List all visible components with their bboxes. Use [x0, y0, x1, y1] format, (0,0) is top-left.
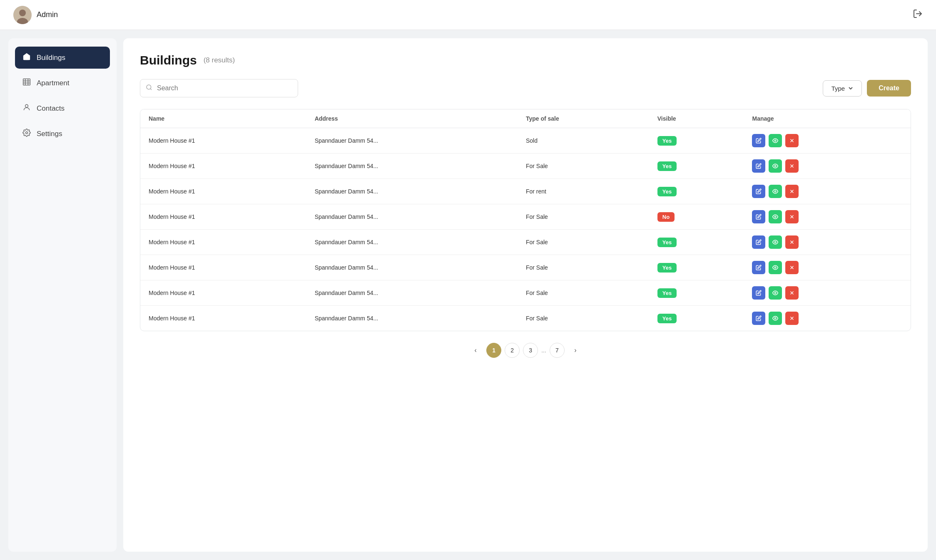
edit-button[interactable] — [752, 312, 765, 325]
visible-badge: Yes — [657, 314, 677, 323]
edit-button[interactable] — [752, 261, 765, 274]
view-button[interactable] — [769, 134, 782, 147]
svg-point-17 — [775, 165, 777, 167]
svg-point-29 — [775, 267, 777, 268]
sidebar-item-label: Buildings — [37, 54, 65, 62]
svg-rect-4 — [26, 57, 28, 60]
logout-button[interactable] — [913, 9, 923, 21]
table-row: Modern House #1 Spanndauer Damm 54... Fo… — [140, 230, 911, 255]
pagination-page-3[interactable]: 3 — [523, 343, 538, 358]
cell-address: Spanndauer Damm 54... — [306, 179, 518, 204]
pagination-page-2[interactable]: 2 — [505, 343, 520, 358]
cell-name: Modern House #1 — [140, 306, 306, 331]
cell-name: Modern House #1 — [140, 204, 306, 230]
visible-badge: Yes — [657, 187, 677, 196]
cell-manage — [744, 280, 911, 306]
search-input[interactable] — [140, 79, 298, 97]
action-buttons — [752, 210, 902, 223]
col-name: Name — [140, 109, 306, 128]
action-buttons — [752, 159, 902, 173]
cell-type-of-sale: Sold — [518, 128, 649, 154]
action-buttons — [752, 261, 902, 274]
sidebar-item-label: Settings — [37, 130, 62, 138]
view-button[interactable] — [769, 286, 782, 300]
edit-button[interactable] — [752, 159, 765, 173]
visible-badge: Yes — [657, 136, 677, 146]
visible-badge: No — [657, 212, 675, 222]
delete-button[interactable] — [785, 134, 799, 147]
view-button[interactable] — [769, 235, 782, 249]
edit-button[interactable] — [752, 286, 765, 300]
visible-badge: Yes — [657, 288, 677, 298]
cell-visible: Yes — [649, 255, 744, 280]
table-header-row: Name Address Type of sale Visible Manage — [140, 109, 911, 128]
edit-button[interactable] — [752, 134, 765, 147]
cell-name: Modern House #1 — [140, 179, 306, 204]
svg-point-20 — [775, 191, 777, 192]
svg-point-35 — [775, 317, 777, 319]
view-button[interactable] — [769, 261, 782, 274]
delete-button[interactable] — [785, 235, 799, 249]
cell-type-of-sale: For Sale — [518, 255, 649, 280]
create-button[interactable]: Create — [867, 80, 911, 97]
cell-type-of-sale: For Sale — [518, 230, 649, 255]
delete-button[interactable] — [785, 286, 799, 300]
sidebar-item-label: Contacts — [37, 104, 65, 113]
view-button[interactable] — [769, 185, 782, 198]
topbar-username: Admin — [37, 10, 58, 19]
sidebar-item-apartment[interactable]: Apartment — [15, 72, 110, 94]
cell-type-of-sale: For Sale — [518, 204, 649, 230]
view-button[interactable] — [769, 210, 782, 223]
table-row: Modern House #1 Spanndauer Damm 54... Fo… — [140, 306, 911, 331]
pagination-page-1[interactable]: 1 — [486, 343, 501, 358]
action-buttons — [752, 286, 902, 300]
delete-button[interactable] — [785, 185, 799, 198]
edit-button[interactable] — [752, 185, 765, 198]
svg-rect-5 — [23, 79, 30, 85]
delete-button[interactable] — [785, 210, 799, 223]
sidebar-item-settings[interactable]: Settings — [15, 123, 110, 145]
table-row: Modern House #1 Spanndauer Damm 54... So… — [140, 128, 911, 154]
cell-manage — [744, 230, 911, 255]
edit-button[interactable] — [752, 210, 765, 223]
pagination-prev[interactable]: ‹ — [468, 343, 483, 358]
apartment-icon — [22, 78, 31, 88]
svg-point-14 — [775, 140, 777, 141]
cell-manage — [744, 179, 911, 204]
pagination-page-7[interactable]: 7 — [550, 343, 565, 358]
sidebar-item-label: Apartment — [37, 79, 69, 87]
col-type-of-sale: Type of sale — [518, 109, 649, 128]
svg-point-11 — [26, 132, 28, 134]
table-row: Modern House #1 Spanndauer Damm 54... Fo… — [140, 179, 911, 204]
sidebar-item-contacts[interactable]: Contacts — [15, 97, 110, 119]
delete-button[interactable] — [785, 159, 799, 173]
cell-type-of-sale: For Sale — [518, 154, 649, 179]
delete-button[interactable] — [785, 312, 799, 325]
type-dropdown[interactable]: Type — [823, 80, 862, 97]
buildings-table: Name Address Type of sale Visible Manage… — [140, 109, 911, 331]
cell-address: Spanndauer Damm 54... — [306, 154, 518, 179]
table-row: Modern House #1 Spanndauer Damm 54... Fo… — [140, 255, 911, 280]
cell-name: Modern House #1 — [140, 128, 306, 154]
svg-point-12 — [147, 85, 151, 89]
cell-visible: Yes — [649, 154, 744, 179]
view-button[interactable] — [769, 312, 782, 325]
cell-manage — [744, 204, 911, 230]
sidebar-item-buildings[interactable]: Buildings — [15, 47, 110, 69]
cell-name: Modern House #1 — [140, 230, 306, 255]
toolbar: Type Create — [140, 79, 911, 97]
svg-point-32 — [775, 292, 777, 294]
delete-button[interactable] — [785, 261, 799, 274]
visible-badge: Yes — [657, 238, 677, 247]
cell-visible: Yes — [649, 179, 744, 204]
cell-address: Spanndauer Damm 54... — [306, 255, 518, 280]
edit-button[interactable] — [752, 235, 765, 249]
avatar — [13, 6, 32, 24]
view-button[interactable] — [769, 159, 782, 173]
results-count: (8 results) — [204, 56, 235, 64]
cell-type-of-sale: For Sale — [518, 280, 649, 306]
action-buttons — [752, 235, 902, 249]
cell-address: Spanndauer Damm 54... — [306, 306, 518, 331]
visible-badge: Yes — [657, 161, 677, 171]
pagination-next[interactable]: › — [568, 343, 583, 358]
